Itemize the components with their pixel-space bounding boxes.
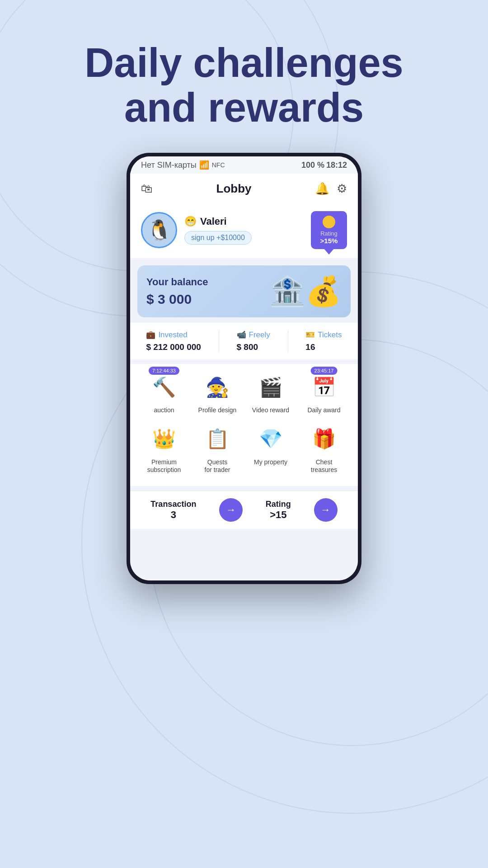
activity-chest-treasures[interactable]: 🎁 Chesttreasures [300, 423, 347, 474]
status-right: 100 % 18:12 [301, 160, 347, 170]
status-bar: Нет SIM-карты 📶 NFC 100 % 18:12 [130, 156, 358, 174]
stat-freely: 📹 Freely $ 800 [237, 330, 270, 352]
tickets-icon: 🎫 [305, 330, 315, 340]
quests-icon: 📋 [202, 423, 233, 455]
rating-value-bottom: >15 [266, 509, 291, 521]
activity-my-property[interactable]: 💎 My property [247, 423, 294, 474]
invested-label: Invested [158, 330, 187, 340]
video-reward-icon: 🎬 [255, 371, 286, 403]
phone-screen: Нет SIM-карты 📶 NFC 100 % 18:12 🛍 Lobby … [130, 156, 358, 580]
activity-premium[interactable]: 👑 Premiumsubscription [141, 423, 188, 474]
time-text: 18:12 [326, 160, 347, 170]
transaction-value: 3 [150, 509, 196, 521]
header-title: Lobby [216, 182, 252, 196]
status-left: Нет SIM-карты 📶 NFC [141, 160, 225, 170]
profile-emoji: 😁 [184, 216, 197, 227]
auction-label: auction [141, 406, 188, 414]
balance-info: Your balance $ 3 000 [146, 276, 208, 307]
settings-icon[interactable]: ⚙ [337, 182, 347, 196]
chest-treasures-icon: 🎁 [308, 423, 340, 455]
tickets-value: 16 [305, 342, 342, 352]
vault-visual: 🏦💰 [269, 274, 342, 308]
stats-row: 💼 Invested $ 212 000 000 📹 Freely $ 800 [130, 323, 358, 359]
tickets-label: Tickets [318, 330, 342, 340]
activity-video-reward[interactable]: 🎬 Video reward [247, 371, 294, 414]
header-icons-group: 🔔 ⚙ [315, 182, 347, 196]
stat-invested-label-row: 💼 Invested [146, 330, 201, 340]
daily-award-label: Daily award [300, 406, 347, 414]
app-header: 🛍 Lobby 🔔 ⚙ [130, 174, 358, 204]
stat-divider-2 [288, 330, 288, 352]
phone-device: Нет SIM-карты 📶 NFC 100 % 18:12 🛍 Lobby … [127, 153, 361, 584]
rating-value: >15% [318, 237, 340, 245]
rating-arrow-button[interactable]: → [314, 498, 338, 522]
nav-transaction: Transaction 3 [150, 500, 196, 521]
rating-badge: Rating >15% [311, 211, 347, 249]
balance-label: Your balance [146, 276, 208, 288]
auction-icon: 7:12:44:33 🔨 [148, 371, 180, 403]
nfc-icon: NFC [212, 161, 225, 169]
battery-text: 100 % [301, 160, 324, 170]
profile-name-row: 😁 Valeri [184, 216, 304, 227]
stat-tickets: 🎫 Tickets 16 [305, 330, 342, 352]
invested-icon: 💼 [146, 330, 155, 340]
activity-row-2: 👑 Premiumsubscription 📋 Questsfor trader… [137, 423, 351, 474]
profile-design-label: Profile design [194, 406, 241, 414]
stat-freely-label-row: 📹 Freely [237, 330, 270, 340]
activity-daily-award[interactable]: 23:45:17 📅 Daily award [300, 371, 347, 414]
my-property-icon: 💎 [255, 423, 286, 455]
freely-icon: 📹 [237, 330, 246, 340]
freely-label: Freely [249, 330, 270, 340]
balance-card: Your balance $ 3 000 🏦💰 [137, 265, 351, 317]
avatar: 🐧 [141, 212, 177, 248]
activity-row-1: 7:12:44:33 🔨 auction 🧙 Profile design [137, 371, 351, 414]
stat-invested: 💼 Invested $ 212 000 000 [146, 330, 201, 352]
bottom-nav: Transaction 3 → Rating >15 → [130, 491, 358, 529]
daily-award-timer: 23:45:17 [311, 367, 338, 375]
profile-design-icon: 🧙 [202, 371, 233, 403]
page-title: Daily challenges and rewards [27, 41, 461, 130]
avatar-emoji: 🐧 [147, 218, 172, 242]
invested-value: $ 212 000 000 [146, 342, 201, 352]
notification-icon[interactable]: 🔔 [315, 182, 329, 196]
activity-quests[interactable]: 📋 Questsfor trader [194, 423, 241, 474]
activity-profile-design[interactable]: 🧙 Profile design [194, 371, 241, 414]
profile-section: 🐧 😁 Valeri sign up +$10000 Rating >15% [130, 204, 358, 258]
page-title-section: Daily challenges and rewards [0, 0, 488, 153]
daily-award-icon: 23:45:17 📅 [308, 371, 340, 403]
video-reward-label: Video reward [247, 406, 294, 414]
transaction-label: Transaction [150, 500, 196, 509]
rating-label-bottom: Rating [266, 500, 291, 509]
transaction-arrow-button[interactable]: → [219, 498, 243, 522]
freely-value: $ 800 [237, 342, 270, 352]
app-content: 🛍 Lobby 🔔 ⚙ 🐧 😁 Valeri [130, 174, 358, 580]
phone-wrapper: Нет SIM-карты 📶 NFC 100 % 18:12 🛍 Lobby … [0, 153, 488, 584]
signup-badge[interactable]: sign up +$10000 [184, 231, 252, 245]
stat-tickets-label-row: 🎫 Tickets [305, 330, 342, 340]
activity-section: 7:12:44:33 🔨 auction 🧙 Profile design [130, 364, 358, 486]
profile-info: 😁 Valeri sign up +$10000 [184, 216, 304, 245]
stat-divider-1 [219, 330, 219, 352]
premium-label: Premiumsubscription [141, 458, 188, 474]
carrier-text: Нет SIM-карты [141, 160, 197, 170]
rating-label: Rating [318, 230, 340, 237]
chest-treasures-label: Chesttreasures [300, 458, 347, 474]
shop-icon[interactable]: 🛍 [141, 182, 153, 196]
signal-icon: 📶 [199, 160, 209, 170]
profile-name: Valeri [200, 216, 227, 227]
premium-icon: 👑 [148, 423, 180, 455]
nav-rating: Rating >15 [266, 500, 291, 521]
activity-auction[interactable]: 7:12:44:33 🔨 auction [141, 371, 188, 414]
rating-dot [323, 216, 335, 228]
auction-timer: 7:12:44:33 [149, 367, 179, 375]
my-property-label: My property [247, 458, 294, 466]
quests-label: Questsfor trader [194, 458, 241, 474]
balance-amount: $ 3 000 [146, 292, 208, 307]
